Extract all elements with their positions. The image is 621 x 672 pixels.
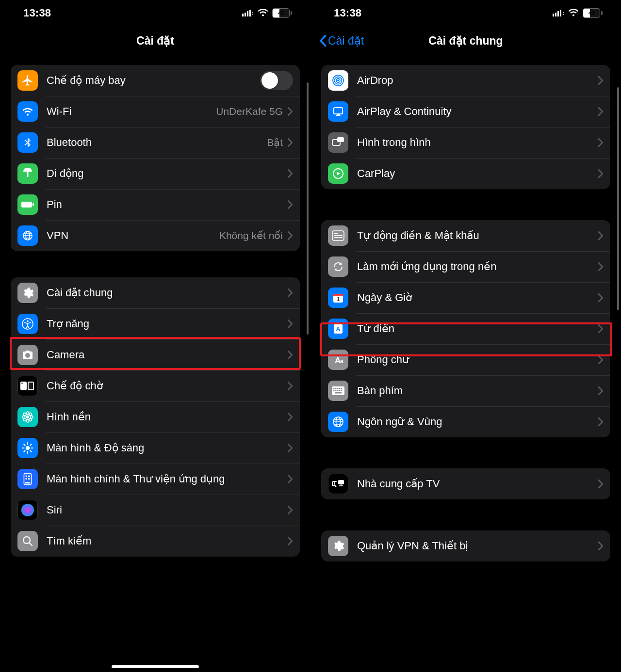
globe-icon [17, 225, 38, 246]
settings-row-wifi[interactable]: Wi-FiUnDerKafe 5G [11, 96, 300, 127]
svg-rect-66 [333, 390, 335, 392]
svg-text:1: 1 [337, 296, 340, 302]
settings-row-bluetooth[interactable]: BluetoothBật [11, 127, 300, 158]
svg-point-75 [335, 486, 337, 487]
svg-rect-65 [341, 388, 343, 389]
settings-row-date[interactable]: 1Ngày & Giờ [321, 282, 610, 313]
svg-rect-32 [25, 482, 31, 484]
keyboard-icon [328, 381, 348, 401]
settings-row-refresh[interactable]: Làm mới ứng dụng trong nền [321, 251, 610, 282]
chevron-right-icon [288, 231, 293, 240]
row-label: AirDrop [357, 74, 598, 87]
date-icon: 1 [328, 288, 348, 308]
svg-rect-51 [334, 235, 343, 236]
status-bar: 13:38 40 [310, 0, 621, 26]
settings-row-carplay[interactable]: CarPlay [321, 158, 610, 189]
svg-rect-29 [28, 475, 30, 477]
chevron-left-icon [319, 35, 327, 47]
settings-row-homescreen[interactable]: Màn hình chính & Thư viện ứng dụng [11, 464, 300, 495]
chevron-right-icon [598, 107, 604, 116]
svg-rect-52 [334, 237, 343, 238]
settings-row-airplane[interactable]: Chế độ máy bay [11, 65, 300, 96]
settings-row-accessibility[interactable]: Trợ năng [11, 308, 300, 339]
svg-rect-64 [339, 388, 341, 389]
chevron-right-icon [598, 324, 604, 333]
settings-row-airplay[interactable]: AirPlay & Continuity [321, 96, 610, 127]
row-label: Pin [47, 198, 288, 211]
chevron-right-icon [288, 138, 293, 147]
group-settings: Tự động điền & Mật khẩuLàm mới ứng dụng … [321, 220, 610, 437]
settings-row-vpndevice[interactable]: Quản lý VPN & Thiết bị [321, 530, 610, 561]
chevron-right-icon [598, 138, 604, 147]
settings-row-standby[interactable]: Chế độ chờ [11, 370, 300, 401]
svg-point-24 [24, 418, 26, 421]
row-label: Ngôn ngữ & Vùng [357, 416, 598, 428]
settings-row-language[interactable]: Ngôn ngữ & Vùng [321, 406, 610, 437]
settings-row-airdrop[interactable]: AirDrop [321, 65, 610, 96]
battery-indicator: 40 [583, 8, 603, 18]
chevron-right-icon [598, 231, 604, 240]
row-label: Tìm kiếm [47, 535, 288, 547]
row-label: Tự động điền & Mật khẩu [357, 229, 598, 242]
search-icon [17, 531, 38, 551]
toggle-switch[interactable] [260, 71, 293, 90]
battery-icon [17, 194, 38, 215]
row-label: Hình trong hình [357, 136, 598, 149]
settings-row-camera[interactable]: Camera [11, 339, 300, 370]
row-label: Từ điển [357, 322, 598, 335]
settings-row-battery[interactable]: Pin [11, 189, 300, 220]
settings-row-search[interactable]: Tìm kiếm [11, 526, 300, 557]
svg-point-26 [26, 446, 30, 450]
language-icon [328, 412, 348, 432]
svg-rect-31 [28, 478, 30, 480]
scrollbar[interactable] [617, 87, 619, 310]
settings-row-dictionary[interactable]: ATừ điển [321, 313, 610, 344]
gear-icon [17, 283, 38, 303]
row-label: Màn hình chính & Thư viện ứng dụng [47, 473, 288, 485]
row-label: Di động [47, 167, 288, 180]
svg-rect-3 [249, 10, 251, 16]
group-connectivity: Chế độ máy bayWi-FiUnDerKafe 5GBluetooth… [11, 65, 300, 251]
svg-rect-8 [33, 203, 34, 206]
home-indicator[interactable] [112, 665, 199, 668]
chevron-right-icon [598, 417, 604, 426]
settings-row-brightness[interactable]: Màn hình & Độ sáng [11, 432, 300, 464]
svg-rect-40 [563, 14, 564, 15]
nav-bar: Cài đặt [0, 26, 310, 55]
back-button[interactable]: Cài đặt [319, 26, 364, 55]
back-label: Cài đặt [328, 34, 364, 48]
wifi-icon [17, 101, 38, 122]
chevron-right-icon [288, 506, 293, 514]
airplay-icon [328, 101, 348, 122]
svg-point-23 [29, 413, 32, 416]
phone-right: 13:38 40 Cài đặt Cài đặt chung AirDropAi… [310, 0, 621, 672]
cellular-icon [242, 10, 254, 16]
row-label: Siri [47, 504, 288, 516]
settings-row-gear[interactable]: Cài đặt chung [11, 277, 300, 308]
row-detail: UnDerKafe 5G [216, 106, 283, 117]
chevron-right-icon [288, 320, 293, 328]
chevron-right-icon [288, 444, 293, 452]
svg-rect-47 [337, 137, 344, 142]
svg-rect-13 [20, 382, 27, 390]
status-bar: 13:38 42 [0, 0, 310, 26]
row-label: Cài đặt chung [47, 287, 288, 299]
row-label: Camera [47, 349, 288, 361]
wifi-icon [568, 9, 579, 17]
settings-row-tvprovider[interactable]: Nhà cung cấp TV [321, 468, 610, 499]
settings-row-keyboard[interactable]: Bàn phím [321, 375, 610, 406]
settings-row-autofill[interactable]: Tự động điền & Mật khẩu [321, 220, 610, 251]
settings-row-wallpaper[interactable]: Hình nền [11, 401, 300, 432]
settings-row-fonts[interactable]: AaPhông chữ [321, 344, 610, 375]
svg-rect-67 [335, 390, 337, 392]
svg-point-18 [26, 412, 29, 414]
svg-text:a: a [340, 358, 343, 365]
scrollbar[interactable] [307, 82, 309, 335]
settings-row-cellular[interactable]: Di động [11, 158, 300, 189]
carplay-icon [328, 163, 348, 184]
chevron-right-icon [598, 355, 604, 364]
svg-point-22 [24, 413, 26, 416]
settings-row-siri[interactable]: Siri [11, 495, 300, 526]
settings-row-globe[interactable]: VPNKhông kết nối [11, 220, 300, 251]
settings-row-pip[interactable]: Hình trong hình [321, 127, 610, 158]
